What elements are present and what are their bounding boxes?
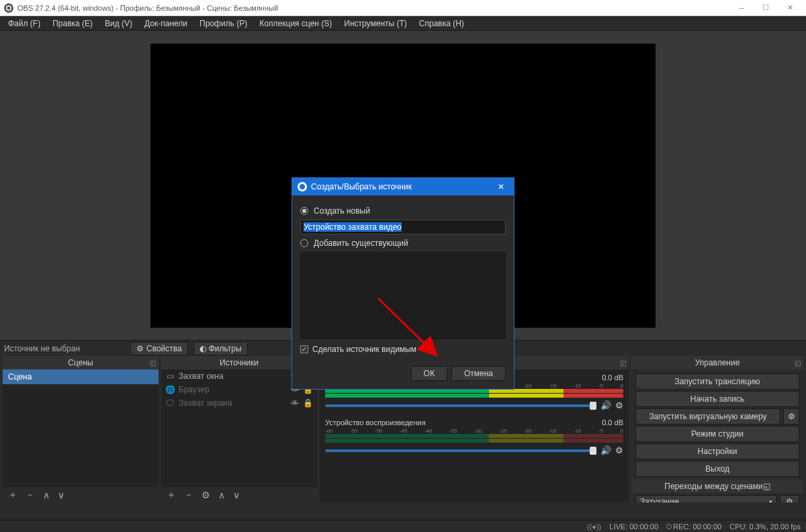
statusbar: ((●)) LIVE: 00:00:00 REC: 00:00:00 CPU: …	[0, 520, 806, 532]
menu-profile[interactable]: Профиль (P)	[194, 17, 253, 30]
radio-icon	[300, 239, 308, 247]
rec-status: REC: 00:00:00	[673, 523, 721, 531]
channel-name: Устройство воспроизведения	[325, 418, 426, 427]
filter-icon: ◐	[199, 344, 206, 353]
dialog-close-button[interactable]: ✕	[494, 182, 508, 191]
gear-icon[interactable]: ⚙	[615, 400, 623, 410]
menu-file[interactable]: Файл (F)	[3, 17, 46, 30]
filters-button[interactable]: ◐ Фильтры	[193, 342, 248, 355]
chevron-down-icon: ▾	[769, 498, 772, 502]
channel-db: 0.0 dB	[602, 418, 623, 427]
menu-tools[interactable]: Инструменты (T)	[339, 17, 412, 30]
dialog-titlebar[interactable]: Создать/Выбрать источник ✕	[292, 178, 514, 195]
no-source-label: Источник не выбран	[4, 344, 125, 353]
virtualcam-settings-button[interactable]: ⚙	[783, 408, 799, 425]
start-virtualcam-button[interactable]: Запустить виртуальную камеру	[635, 408, 780, 425]
volume-slider[interactable]	[325, 404, 596, 407]
properties-button[interactable]: ⚙ Свойства	[130, 342, 188, 355]
source-row[interactable]: 🖵 Захват экрана 👁 🔒	[161, 396, 317, 410]
menu-edit[interactable]: Правка (E)	[47, 17, 98, 30]
menu-scene-collection[interactable]: Коллекция сцен (S)	[254, 17, 337, 30]
audio-meter	[325, 439, 623, 443]
lock-icon[interactable]: 🔒	[303, 398, 313, 408]
obs-app-icon	[298, 182, 307, 191]
cancel-button[interactable]: Отмена	[451, 366, 506, 381]
audio-meter	[325, 434, 623, 438]
start-streaming-button[interactable]: Запустить трансляцию	[635, 373, 799, 390]
checkbox-icon: ✓	[300, 345, 308, 353]
properties-label: Свойства	[146, 344, 182, 353]
make-visible-checkbox[interactable]: ✓ Сделать источник видимым	[300, 345, 506, 354]
scenes-panel: Сцены ◱ Сцена ＋ － ∧ ∨	[3, 356, 159, 502]
svg-point-1	[7, 6, 11, 9]
radio-add-existing[interactable]: Добавить существующий	[300, 238, 506, 248]
source-up-button[interactable]: ∧	[216, 490, 228, 500]
volume-slider[interactable]	[325, 449, 596, 452]
menubar: Файл (F) Правка (E) Вид (V) Док-панели П…	[0, 16, 806, 31]
controls-header: Управление ◱	[631, 356, 803, 369]
live-status: LIVE: 00:00:00	[609, 523, 658, 531]
dock-detach-icon[interactable]: ◱	[150, 359, 156, 367]
scenes-header: Сцены ◱	[3, 356, 159, 369]
ok-button[interactable]: ОК	[411, 366, 447, 381]
dock-detach-icon[interactable]: ◱	[763, 482, 770, 491]
obs-app-icon	[4, 3, 13, 13]
transition-select[interactable]: Затухание ▾	[635, 495, 777, 502]
visibility-off-icon[interactable]: 👁	[291, 398, 299, 408]
filters-label: Фильтры	[209, 344, 242, 353]
transitions-header: Переходы между сценами ◱	[631, 480, 803, 493]
meter-scale: -60-55-50-45-40-35-30-25-20-15-10-50	[325, 428, 623, 434]
dialog-title: Создать/Выбрать источник	[311, 182, 412, 191]
speaker-icon[interactable]: 🔊	[600, 445, 611, 455]
create-source-dialog: Создать/Выбрать источник ✕ Создать новый…	[292, 177, 514, 390]
speaker-icon[interactable]: 🔊	[600, 400, 611, 410]
controls-panel: Управление ◱ Запустить трансляцию Начать…	[631, 356, 803, 502]
dock-detach-icon[interactable]: ◱	[795, 359, 801, 367]
close-button[interactable]: ✕	[778, 0, 802, 16]
channel-db: 0.0 dB	[602, 373, 623, 382]
menu-view[interactable]: Вид (V)	[99, 17, 138, 30]
scene-down-button[interactable]: ∨	[55, 490, 67, 500]
studio-mode-button[interactable]: Режим студии	[635, 426, 799, 442]
mixer-channel-playback: Устройство воспроизведения 0.0 dB -60-55…	[320, 416, 629, 457]
settings-button[interactable]: Настройки	[635, 443, 799, 459]
globe-icon: 🌐	[165, 385, 175, 394]
source-props-button[interactable]: ⚙	[199, 490, 213, 500]
remove-scene-button[interactable]: －	[23, 489, 38, 501]
exit-button[interactable]: Выход	[635, 461, 799, 477]
audio-meter	[325, 394, 623, 398]
gear-icon: ⚙	[136, 344, 144, 353]
add-source-button[interactable]: ＋	[164, 489, 179, 501]
transition-settings-button[interactable]: ⚙	[780, 495, 799, 502]
window-title: OBS 27.2.4 (64-bit, windows) - Профиль: …	[17, 4, 729, 12]
gear-icon[interactable]: ⚙	[615, 445, 623, 455]
remove-source-button[interactable]: －	[181, 489, 196, 501]
menu-docks[interactable]: Док-панели	[139, 17, 193, 30]
scene-up-button[interactable]: ∧	[40, 490, 52, 500]
maximize-button[interactable]: ☐	[754, 0, 778, 16]
cpu-status: CPU: 0.3%, 20.00 fps	[729, 523, 801, 531]
radio-icon	[300, 207, 308, 215]
rec-dot-icon	[666, 524, 672, 529]
dock-detach-icon[interactable]: ◱	[620, 359, 626, 367]
source-name-input[interactable]: Устройство захвата видео	[300, 220, 506, 234]
broadcast-icon: ((●))	[587, 523, 601, 531]
minimize-button[interactable]: ─	[729, 0, 754, 16]
scene-item[interactable]: Сцена	[3, 369, 159, 384]
window-titlebar: OBS 27.2.4 (64-bit, windows) - Профиль: …	[0, 0, 806, 16]
monitor-icon: 🖵	[165, 398, 175, 408]
radio-create-new[interactable]: Создать новый	[300, 206, 506, 216]
start-recording-button[interactable]: Начать запись	[635, 391, 799, 407]
existing-sources-list[interactable]	[300, 252, 506, 339]
source-down-button[interactable]: ∨	[230, 490, 242, 500]
menu-help[interactable]: Справка (H)	[414, 17, 469, 30]
add-scene-button[interactable]: ＋	[5, 489, 20, 501]
window-capture-icon: ▭	[165, 371, 175, 381]
